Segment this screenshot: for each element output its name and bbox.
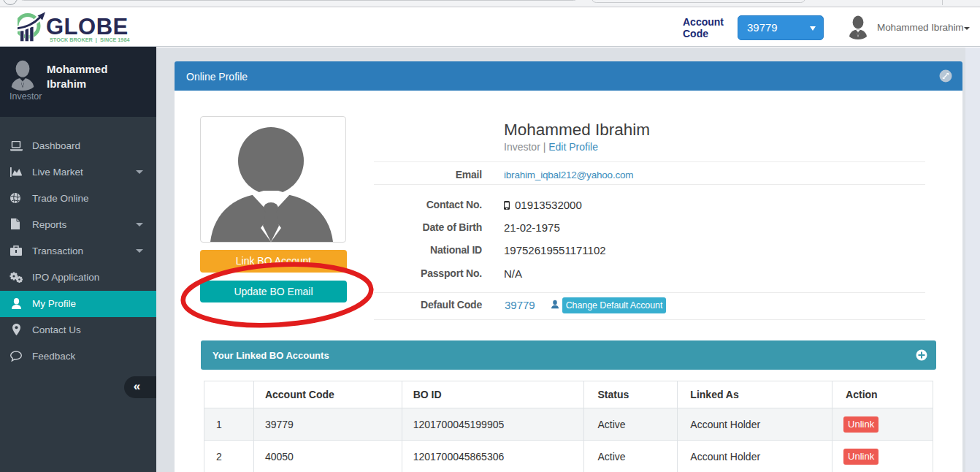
svg-text:STOCK BROKER | SINCE 1984: STOCK BROKER | SINCE 1984 (50, 37, 129, 43)
